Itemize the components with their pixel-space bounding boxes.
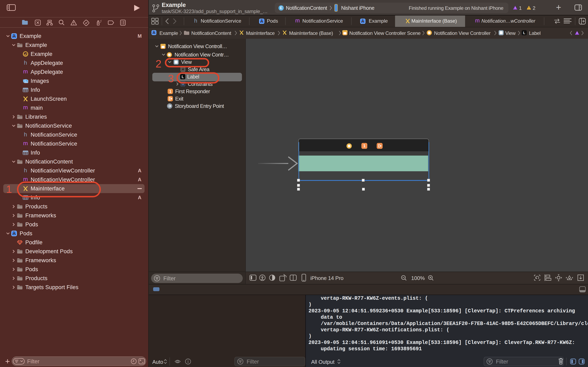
svg-text:1: 1 [169,90,171,94]
svg-text:m: m [23,141,28,146]
svg-text:h: h [24,60,27,66]
svg-text:m: m [23,105,28,110]
svg-text:h: h [24,132,27,138]
svg-text:!: ! [515,7,516,9]
svg-text:h: h [24,167,27,174]
svg-text:L: L [523,31,525,35]
svg-text:!: ! [577,32,577,35]
svg-text:!: ! [528,7,529,9]
svg-text:m: m [23,69,28,75]
